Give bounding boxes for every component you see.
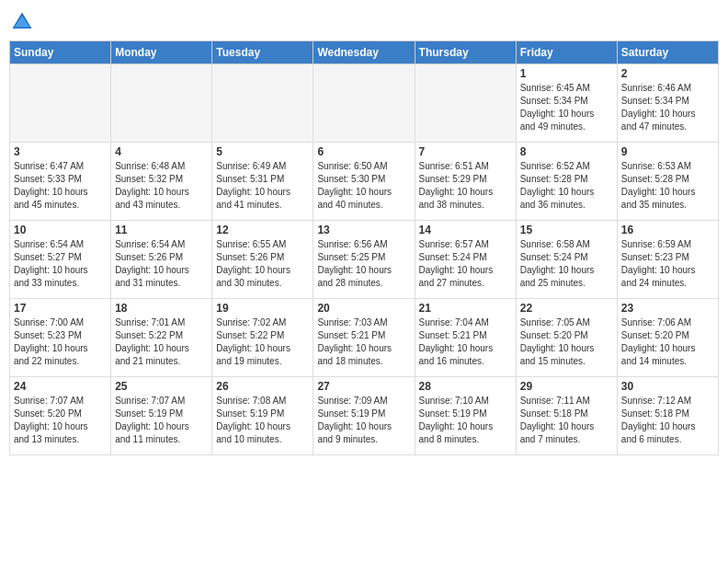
day-info: Sunrise: 7:08 AMSunset: 5:19 PMDaylight:…	[216, 395, 309, 446]
day-info: Sunrise: 7:00 AMSunset: 5:23 PMDaylight:…	[14, 316, 107, 368]
day-info: Sunrise: 6:49 AMSunset: 5:31 PMDaylight:…	[216, 160, 309, 212]
logo	[9, 9, 39, 35]
day-info: Sunrise: 6:54 AMSunset: 5:26 PMDaylight:…	[115, 238, 208, 290]
calendar-cell: 22Sunrise: 7:05 AMSunset: 5:20 PMDayligh…	[516, 299, 617, 377]
calendar-cell: 29Sunrise: 7:11 AMSunset: 5:18 PMDayligh…	[516, 377, 617, 455]
day-info: Sunrise: 7:06 AMSunset: 5:20 PMDaylight:…	[621, 316, 714, 368]
calendar-cell: 1Sunrise: 6:45 AMSunset: 5:34 PMDaylight…	[516, 64, 617, 143]
weekday-header: Tuesday	[212, 41, 313, 64]
day-info: Sunrise: 6:51 AMSunset: 5:29 PMDaylight:…	[419, 160, 512, 212]
weekday-header: Saturday	[617, 41, 718, 64]
day-info: Sunrise: 6:45 AMSunset: 5:34 PMDaylight:…	[520, 82, 613, 133]
day-info: Sunrise: 7:04 AMSunset: 5:21 PMDaylight:…	[419, 316, 512, 368]
day-number: 23	[621, 302, 714, 315]
calendar-cell: 5Sunrise: 6:49 AMSunset: 5:31 PMDaylight…	[212, 143, 313, 221]
calendar-cell: 17Sunrise: 7:00 AMSunset: 5:23 PMDayligh…	[10, 299, 111, 377]
day-number: 8	[520, 145, 613, 158]
day-info: Sunrise: 6:52 AMSunset: 5:28 PMDaylight:…	[520, 160, 613, 212]
day-number: 4	[115, 145, 208, 158]
calendar-header-row: SundayMondayTuesdayWednesdayThursdayFrid…	[10, 41, 719, 64]
day-info: Sunrise: 6:59 AMSunset: 5:23 PMDaylight:…	[621, 238, 714, 290]
weekday-header: Friday	[516, 41, 617, 64]
weekday-header: Wednesday	[313, 41, 415, 64]
calendar-cell: 10Sunrise: 6:54 AMSunset: 5:27 PMDayligh…	[10, 221, 111, 299]
day-info: Sunrise: 7:05 AMSunset: 5:20 PMDaylight:…	[520, 316, 613, 368]
day-info: Sunrise: 6:47 AMSunset: 5:33 PMDaylight:…	[14, 160, 107, 212]
day-info: Sunrise: 6:54 AMSunset: 5:27 PMDaylight:…	[14, 238, 107, 290]
week-row: 17Sunrise: 7:00 AMSunset: 5:23 PMDayligh…	[10, 299, 719, 377]
day-number: 19	[216, 302, 309, 315]
calendar-cell: 18Sunrise: 7:01 AMSunset: 5:22 PMDayligh…	[111, 299, 212, 377]
calendar-cell: 23Sunrise: 7:06 AMSunset: 5:20 PMDayligh…	[617, 299, 718, 377]
week-row: 3Sunrise: 6:47 AMSunset: 5:33 PMDaylight…	[10, 143, 719, 221]
day-number: 29	[520, 380, 613, 393]
day-number: 11	[115, 224, 208, 236]
day-info: Sunrise: 7:01 AMSunset: 5:22 PMDaylight:…	[115, 316, 208, 368]
week-row: 10Sunrise: 6:54 AMSunset: 5:27 PMDayligh…	[10, 221, 719, 299]
calendar-cell: 14Sunrise: 6:57 AMSunset: 5:24 PMDayligh…	[415, 221, 516, 299]
day-number: 2	[621, 67, 714, 80]
week-row: 24Sunrise: 7:07 AMSunset: 5:20 PMDayligh…	[10, 377, 719, 455]
calendar-cell: 21Sunrise: 7:04 AMSunset: 5:21 PMDayligh…	[415, 299, 516, 377]
calendar-cell: 11Sunrise: 6:54 AMSunset: 5:26 PMDayligh…	[111, 221, 212, 299]
day-number: 26	[216, 380, 309, 393]
calendar-cell	[111, 64, 212, 143]
day-number: 14	[419, 224, 512, 236]
calendar-cell: 28Sunrise: 7:10 AMSunset: 5:19 PMDayligh…	[415, 377, 516, 455]
day-info: Sunrise: 7:12 AMSunset: 5:18 PMDaylight:…	[621, 395, 714, 446]
day-info: Sunrise: 7:10 AMSunset: 5:19 PMDaylight:…	[419, 395, 512, 446]
day-number: 9	[621, 145, 714, 158]
day-number: 7	[419, 145, 512, 158]
calendar-table: SundayMondayTuesdayWednesdayThursdayFrid…	[9, 40, 719, 455]
weekday-header: Monday	[111, 41, 212, 64]
day-number: 18	[115, 302, 208, 315]
calendar-cell: 19Sunrise: 7:02 AMSunset: 5:22 PMDayligh…	[212, 299, 313, 377]
day-number: 16	[621, 224, 714, 236]
calendar-cell: 16Sunrise: 6:59 AMSunset: 5:23 PMDayligh…	[617, 221, 718, 299]
calendar-cell: 3Sunrise: 6:47 AMSunset: 5:33 PMDaylight…	[10, 143, 111, 221]
logo-icon	[9, 9, 35, 35]
day-number: 22	[520, 302, 613, 315]
calendar-cell	[313, 64, 415, 143]
day-number: 27	[317, 380, 410, 393]
calendar-cell	[10, 64, 111, 143]
day-info: Sunrise: 6:48 AMSunset: 5:32 PMDaylight:…	[115, 160, 208, 212]
calendar-cell: 25Sunrise: 7:07 AMSunset: 5:19 PMDayligh…	[111, 377, 212, 455]
calendar-cell: 8Sunrise: 6:52 AMSunset: 5:28 PMDaylight…	[516, 143, 617, 221]
day-number: 6	[317, 145, 410, 158]
day-info: Sunrise: 7:03 AMSunset: 5:21 PMDaylight:…	[317, 316, 410, 368]
calendar-cell: 26Sunrise: 7:08 AMSunset: 5:19 PMDayligh…	[212, 377, 313, 455]
day-number: 17	[14, 302, 107, 315]
day-number: 21	[419, 302, 512, 315]
day-info: Sunrise: 6:50 AMSunset: 5:30 PMDaylight:…	[317, 160, 410, 212]
day-number: 12	[216, 224, 309, 236]
calendar-cell: 7Sunrise: 6:51 AMSunset: 5:29 PMDaylight…	[415, 143, 516, 221]
day-info: Sunrise: 6:53 AMSunset: 5:28 PMDaylight:…	[621, 160, 714, 212]
day-info: Sunrise: 6:58 AMSunset: 5:24 PMDaylight:…	[520, 238, 613, 290]
day-info: Sunrise: 6:57 AMSunset: 5:24 PMDaylight:…	[419, 238, 512, 290]
day-number: 5	[216, 145, 309, 158]
calendar-cell	[212, 64, 313, 143]
calendar-cell: 15Sunrise: 6:58 AMSunset: 5:24 PMDayligh…	[516, 221, 617, 299]
day-info: Sunrise: 7:07 AMSunset: 5:19 PMDaylight:…	[115, 395, 208, 446]
day-number: 15	[520, 224, 613, 236]
weekday-header: Sunday	[10, 41, 111, 64]
day-number: 3	[14, 145, 107, 158]
calendar-cell: 20Sunrise: 7:03 AMSunset: 5:21 PMDayligh…	[313, 299, 415, 377]
day-number: 10	[14, 224, 107, 236]
calendar-cell: 24Sunrise: 7:07 AMSunset: 5:20 PMDayligh…	[10, 377, 111, 455]
page-header	[9, 9, 719, 35]
day-number: 25	[115, 380, 208, 393]
day-info: Sunrise: 6:46 AMSunset: 5:34 PMDaylight:…	[621, 82, 714, 133]
day-info: Sunrise: 7:07 AMSunset: 5:20 PMDaylight:…	[14, 395, 107, 446]
calendar-cell: 12Sunrise: 6:55 AMSunset: 5:26 PMDayligh…	[212, 221, 313, 299]
calendar-cell	[415, 64, 516, 143]
day-info: Sunrise: 7:11 AMSunset: 5:18 PMDaylight:…	[520, 395, 613, 446]
calendar-cell: 4Sunrise: 6:48 AMSunset: 5:32 PMDaylight…	[111, 143, 212, 221]
day-info: Sunrise: 6:55 AMSunset: 5:26 PMDaylight:…	[216, 238, 309, 290]
day-number: 13	[317, 224, 410, 236]
day-number: 20	[317, 302, 410, 315]
calendar-cell: 30Sunrise: 7:12 AMSunset: 5:18 PMDayligh…	[617, 377, 718, 455]
calendar-cell: 27Sunrise: 7:09 AMSunset: 5:19 PMDayligh…	[313, 377, 415, 455]
day-number: 1	[520, 67, 613, 80]
